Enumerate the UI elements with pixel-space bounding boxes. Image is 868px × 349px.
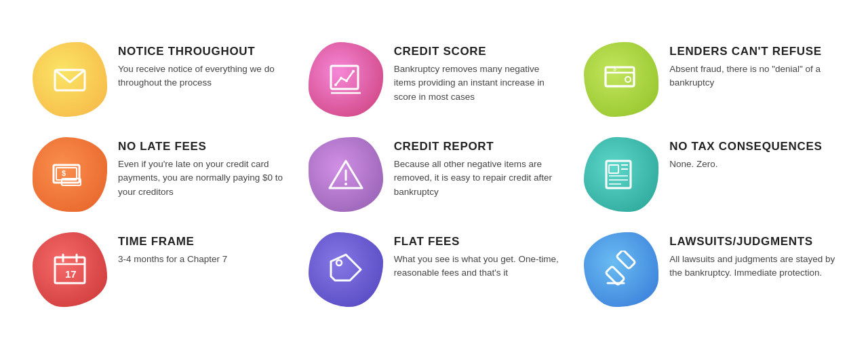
- wallet-icon: $: [602, 60, 640, 98]
- card-desc-time-frame: 3-4 months for a Chapter 7: [118, 253, 227, 266]
- svg-point-5: [352, 70, 355, 73]
- card-title-no-late-fees: NO LATE FEES: [118, 140, 284, 153]
- icon-wrap-lenders-cant-refuse: $: [584, 42, 658, 117]
- card-title-flat-fees: FLAT FEES: [394, 235, 560, 249]
- card-desc-credit-score: Bankruptcy removes many negative items p…: [394, 62, 560, 104]
- card-title-credit-score: CREDIT SCORE: [394, 45, 560, 58]
- svg-point-2: [334, 84, 337, 86]
- text-block-lenders-cant-refuse: LENDERS CAN'T REFUSE Absent fraud, there…: [669, 42, 835, 90]
- svg-point-4: [345, 79, 348, 82]
- svg-text:$: $: [613, 65, 616, 72]
- card-desc-no-late-fees: Even if you're late on your credit card …: [118, 158, 284, 199]
- svg-rect-31: [616, 251, 635, 269]
- card-title-credit-report: CREDIT REPORT: [394, 140, 560, 153]
- svg-rect-8: [606, 73, 634, 86]
- card-title-lenders-cant-refuse: LENDERS CAN'T REFUSE: [669, 45, 835, 58]
- card-desc-no-tax-consequences: None. Zero.: [669, 158, 822, 171]
- card-title-no-tax-consequences: NO TAX CONSEQUENCES: [669, 140, 822, 153]
- card-title-notice-throughout: NOTICE THROUGHOUT: [118, 45, 284, 58]
- card-desc-lawsuits-judgments: All lawsuits and judgments are stayed by…: [669, 253, 835, 280]
- envelope-icon: [51, 60, 89, 98]
- card-title-time-frame: TIME FRAME: [118, 235, 227, 249]
- icon-wrap-credit-report: [309, 137, 383, 212]
- text-block-notice-throughout: NOTICE THROUGHOUT You receive notice of …: [118, 42, 284, 90]
- card-credit-report: CREDIT REPORT Because all other negative…: [303, 130, 566, 219]
- calendar-icon: 17: [51, 251, 89, 289]
- text-block-credit-score: CREDIT SCORE Bankruptcy removes many neg…: [394, 42, 560, 104]
- text-block-no-late-fees: NO LATE FEES Even if you're late on your…: [118, 137, 284, 199]
- chart-icon: [327, 60, 365, 98]
- svg-point-3: [340, 77, 342, 79]
- card-notice-throughout: NOTICE THROUGHOUT You receive notice of …: [27, 35, 290, 124]
- card-title-lawsuits-judgments: LAWSUITS/JUDGMENTS: [669, 235, 835, 249]
- card-flat-fees: FLAT FEES What you see is what you get. …: [303, 225, 566, 314]
- card-no-tax-consequences: NO TAX CONSEQUENCES None. Zero.: [578, 130, 841, 219]
- card-desc-notice-throughout: You receive notice of everything we do t…: [118, 62, 284, 90]
- card-lenders-cant-refuse: $ LENDERS CAN'T REFUSE Absent fraud, the…: [578, 35, 841, 124]
- svg-text:17: 17: [65, 268, 77, 280]
- icon-wrap-notice-throughout: [33, 42, 107, 117]
- icon-wrap-no-tax-consequences: [584, 137, 658, 212]
- gavel-icon: [602, 251, 640, 289]
- icon-wrap-lawsuits-judgments: [584, 232, 658, 307]
- main-grid: NOTICE THROUGHOUT You receive notice of …: [0, 22, 868, 327]
- icon-wrap-time-frame: 17: [33, 232, 107, 307]
- money-icon: $: [51, 155, 89, 194]
- card-credit-score: CREDIT SCORE Bankruptcy removes many neg…: [303, 35, 566, 124]
- icon-wrap-flat-fees: [309, 232, 383, 307]
- card-desc-lenders-cant-refuse: Absent fraud, there is no "denial" of a …: [669, 62, 835, 90]
- card-lawsuits-judgments: LAWSUITS/JUDGMENTS All lawsuits and judg…: [578, 225, 841, 314]
- warning-icon: [327, 155, 365, 194]
- card-no-late-fees: $ NO LATE FEES Even if you're late on yo…: [27, 130, 290, 219]
- svg-text:$: $: [62, 169, 66, 177]
- text-block-time-frame: TIME FRAME 3-4 months for a Chapter 7: [118, 232, 227, 266]
- newspaper-icon: [602, 155, 640, 194]
- card-desc-credit-report: Because all other negative items are rem…: [394, 158, 560, 199]
- text-block-lawsuits-judgments: LAWSUITS/JUDGMENTS All lawsuits and judg…: [669, 232, 835, 280]
- text-block-flat-fees: FLAT FEES What you see is what you get. …: [394, 232, 560, 280]
- text-block-credit-report: CREDIT REPORT Because all other negative…: [394, 137, 560, 199]
- text-block-no-tax-consequences: NO TAX CONSEQUENCES None. Zero.: [669, 137, 822, 171]
- tag-icon: [327, 251, 365, 289]
- svg-point-9: [625, 77, 631, 82]
- svg-point-30: [336, 260, 342, 265]
- svg-point-17: [344, 183, 347, 185]
- card-desc-flat-fees: What you see is what you get. One-time, …: [394, 253, 560, 280]
- icon-wrap-credit-score: [309, 42, 383, 117]
- icon-wrap-no-late-fees: $: [33, 137, 107, 212]
- card-time-frame: 17 TIME FRAME 3-4 months for a Chapter 7: [27, 225, 290, 314]
- svg-rect-19: [609, 165, 618, 173]
